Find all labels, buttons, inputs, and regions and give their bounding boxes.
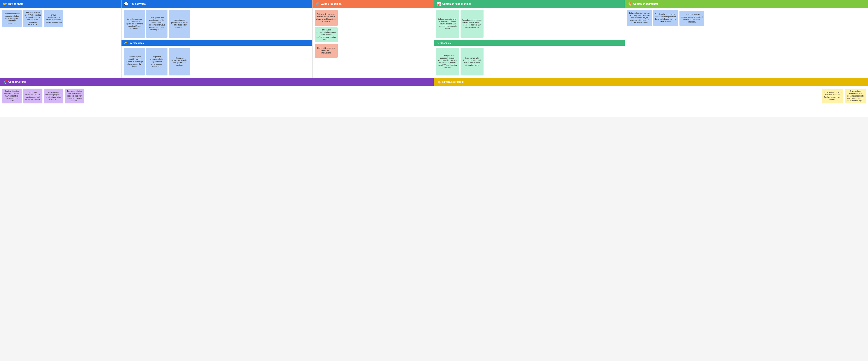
key-resources-cards: Extensive digital content library that i… [122,46,312,78]
key-activities-header: 💬 Key activities: [122,0,312,8]
list-item: Content licensing fees to acquire and ma… [2,89,22,104]
list-item: Content creators and production studios … [2,10,22,27]
cost-structure-title: Cost structure: [8,80,26,83]
key-activities-section: 💬 Key activities: Content acquisition an… [122,0,312,78]
revenue-streams-section: 🏷️ Revenue streams: Subscription fees fr… [434,78,868,117]
channels-icon: 🔧 [436,41,439,44]
list-item: Personalized recommendation system based… [315,27,338,42]
key-activities-icon: 💬 [124,2,128,6]
list-item: Extensive digital content library that i… [124,48,145,76]
key-partners-icon: 🤝 [2,2,7,6]
customer-relationships-title: Customer relationships: [442,2,471,5]
key-activities-cards: Content acquisition and licensing to exp… [122,8,312,40]
customer-relationships-cards: Self-service model where customers can s… [434,8,625,40]
cost-structure-cards: Content licensing fees to acquire and ma… [0,86,434,117]
channels-title: Channels: [440,41,452,44]
customer-segments-header: 🍕 Customer segments: [625,0,868,8]
value-proposition-section: ⚙️ Value proposition: Extensive library … [312,0,434,78]
list-item: Subscription fees from individual users … [822,89,843,104]
customer-relationships-header: 📊 Customer relationships: [434,0,625,8]
list-item: Extensive library of on-demand movies an… [315,10,338,26]
key-resources-title: Key resources: [128,41,145,44]
list-item: Technology infrastructure costs for stre… [23,89,42,104]
list-item: Hardware manufacturers to ensure compati… [44,10,63,27]
list-item: Marketing and promotional activities to … [169,10,190,38]
key-activities-title: Key activities: [130,2,147,5]
customer-segments-section: 🍕 Customer segments: Individual consumer… [625,0,868,78]
list-item: Revenue from partnerships and licensing … [845,89,866,104]
list-item: High-quality streaming with no ads or in… [315,44,338,58]
customer-segments-icon: 🍕 [627,2,632,6]
cost-structure-header: ✂️ Cost structure: [0,78,434,86]
list-item: Online platform accessible through vario… [436,48,459,76]
value-proposition-cards: Extensive library of on-demand movies an… [312,8,434,78]
channels-cards: Online platform accessible through vario… [434,46,625,78]
list-item: Employee salaries and operational costs … [65,89,84,104]
list-item: Development and maintenance of the onlin… [146,10,167,38]
list-item: Marketing and advertising expenses to at… [44,89,63,104]
value-proposition-icon: ⚙️ [315,2,319,6]
cost-structure-icon: ✂️ [2,80,7,84]
customer-relationships-icon: 📊 [436,2,441,6]
list-item: Individual consumers who are looking for… [627,10,652,26]
list-item: Partnerships with telecom operators and … [461,48,484,76]
customer-segments-cards: Individual consumers who are looking for… [625,8,868,28]
key-partners-title: Key partners: [8,2,24,5]
top-section: 🤝 Key partners: Content creators and pro… [0,0,868,78]
cost-structure-section: ✂️ Cost structure: Content licensing fee… [0,78,434,117]
list-item: Content acquisition and licensing to exp… [124,10,145,38]
customer-relationships-section: 📊 Customer relationships: Self-service m… [434,0,625,78]
revenue-streams-title: Revenue streams: [442,80,464,83]
business-model-canvas: 🤝 Key partners: Content creators and pro… [0,0,868,117]
list-item: Proprietary recommendation algorithm tha… [146,48,167,76]
revenue-streams-header: 🏷️ Revenue streams: [434,78,868,86]
channels-header: 🔧 Channels: [434,40,625,46]
key-partners-cards: Content creators and production studios … [0,8,121,78]
list-item: Streaming infrastructure to deliver high… [169,48,190,76]
list-item: International markets seeking access to … [680,11,704,26]
value-proposition-header: ⚙️ Value proposition: [312,0,434,8]
revenue-streams-cards: Subscription fees from individual users … [434,86,868,117]
key-partners-section: 🤝 Key partners: Content creators and pro… [0,0,122,78]
list-item: Prompt customer support via online chat,… [461,10,484,38]
customer-segments-title: Customer segments: [633,2,658,5]
key-resources-header: 🔑 Key resources: [122,40,312,46]
list-item: Self-service model where customers can s… [436,10,459,38]
bottom-section: ✂️ Cost structure: Content licensing fee… [0,78,868,117]
list-item: Telecom operators and ISPs for bundled s… [23,10,42,27]
key-resources-icon: 🔑 [124,41,127,44]
revenue-streams-icon: 🏷️ [436,80,441,84]
value-proposition-title: Value proposition: [321,2,342,5]
key-partners-header: 🤝 Key partners: [0,0,121,8]
list-item: Families who want to enjoy entertainment… [653,10,678,26]
